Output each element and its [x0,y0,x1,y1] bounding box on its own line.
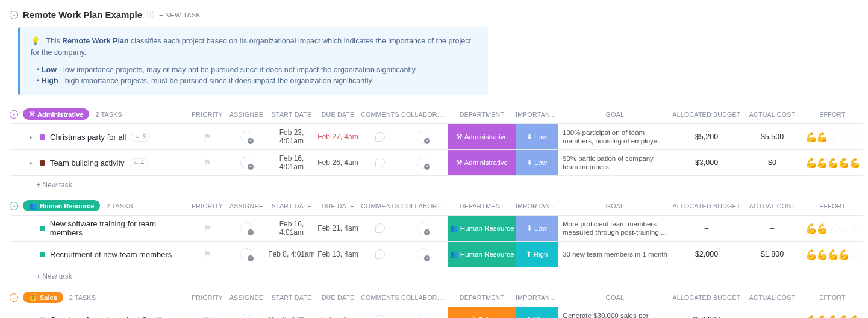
col-start[interactable]: START DATE [266,111,317,118]
department-chip[interactable]: 👥 Human Resource [448,216,516,241]
col-goal[interactable]: GOAL [558,111,672,118]
col-collab[interactable]: COLLABORAT... [401,111,448,118]
task-title[interactable]: Christmas party for all [50,132,126,142]
task-row[interactable]: Recruitment of new team members ⚑ Feb 8,… [10,242,863,267]
col-imp[interactable]: IMPORTANCE [516,202,558,210]
col-budget[interactable]: ALLOCATED BUDGET [672,202,741,210]
col-priority[interactable]: PRIORITY [188,111,226,118]
assignee-placeholder[interactable] [240,222,252,234]
col-start[interactable]: START DATE [266,202,317,210]
collaborator-placeholder[interactable] [417,157,429,169]
due-date[interactable]: Feb 13, 4am [317,250,358,258]
department-chip[interactable]: 👥 Human Resource [448,242,516,267]
department-chip[interactable]: ⚒ Administrative [448,150,516,175]
col-collab[interactable]: COLLABORAT... [401,294,448,301]
goal-text[interactable]: 30 new team members in 1 month [558,248,672,261]
subtask-count-badge[interactable]: 6 [131,132,150,142]
due-date[interactable]: Today, 4am [319,316,356,318]
priority-flag-icon[interactable]: ⚑ [204,249,211,259]
goal-text[interactable]: 90% participation of company team member… [558,152,672,174]
importance-chip[interactable]: ⬇ Low [516,216,558,241]
task-row[interactable]: ▸ Christmas party for all 6 ⚑ Feb 23, 4:… [10,124,863,150]
collaborator-placeholder[interactable] [417,248,429,260]
col-assignee[interactable]: ASSIGNEE [226,202,266,210]
new-task-button[interactable]: + New task [10,176,863,194]
department-chip[interactable]: ⚒ Administrative [448,124,516,149]
comment-icon[interactable] [375,132,385,142]
cost-value[interactable]: – [770,224,775,232]
col-priority[interactable]: PRIORITY [188,202,226,210]
collaborator-placeholder[interactable] [417,222,429,234]
cost-value[interactable]: $5,500 [761,132,784,141]
priority-flag-icon[interactable]: ⚑ [204,158,211,167]
col-collab[interactable]: COLLABORAT... [401,202,448,210]
task-row[interactable]: New software training for team members ⚑… [10,216,863,242]
col-budget[interactable]: ALLOCATED BUDGET [672,111,741,118]
budget-value[interactable]: $2,000 [695,250,718,258]
task-row[interactable]: ▸ Team building activity 4 ⚑ Feb 16, 4:0… [10,150,863,176]
collaborator-placeholder[interactable] [417,131,429,143]
budget-value[interactable]: $5,200 [695,132,718,141]
col-due[interactable]: DUE DATE [317,111,359,118]
col-dept[interactable]: DEPARTMENT [448,202,516,210]
importance-chip[interactable]: ⬆ High [516,242,558,267]
status-square[interactable] [40,134,45,140]
col-dept[interactable]: DEPARTMENT [448,111,516,118]
budget-value[interactable]: – [705,224,709,232]
status-square[interactable] [40,226,45,231]
col-comments[interactable]: COMMENTS [359,111,401,118]
budget-value[interactable]: $3,000 [695,158,718,167]
group-badge[interactable]: 👥Human Resource [23,200,100,211]
start-date[interactable]: Feb 8, 4:01am [268,250,314,258]
comment-icon[interactable] [375,158,385,167]
importance-chip[interactable]: ⬆ High [516,307,558,318]
task-title[interactable]: New software training for team members [50,219,188,237]
effort-rating[interactable]: 💪💪💪💪💪 [805,314,860,319]
col-budget[interactable]: ALLOCATED BUDGET [672,294,741,301]
col-comments[interactable]: COMMENTS [359,202,401,210]
cost-value[interactable]: – [770,316,775,318]
budget-value[interactable]: $58,000 [693,316,720,318]
col-goal[interactable]: GOAL [558,294,672,301]
effort-rating[interactable]: 💪💪💪💪💪 [805,131,860,143]
task-title[interactable]: Recruitment of new team members [50,250,172,259]
priority-flag-icon[interactable]: ⚑ [204,223,211,233]
task-title[interactable]: Opening of new branch at Seattle [50,316,166,319]
col-due[interactable]: DUE DATE [317,294,359,301]
col-comments[interactable]: COMMENTS [359,294,401,301]
importance-chip[interactable]: ⬇ Low [516,124,558,149]
col-effort[interactable]: EFFORT [804,202,861,210]
col-priority[interactable]: PRIORITY [188,294,226,301]
collaborator-placeholder[interactable] [417,314,429,318]
task-title[interactable]: Team building activity [50,158,125,167]
group-badge[interactable]: 💰Sales [23,292,63,303]
comment-icon[interactable] [375,223,385,233]
task-row[interactable]: Opening of new branch at Seattle ⚑ Mar 8… [10,307,863,318]
col-assignee[interactable]: ASSIGNEE [226,294,266,301]
effort-rating[interactable]: 💪💪💪💪💪 [805,249,860,260]
group-toggle-icon[interactable]: ⌄ [10,293,18,302]
status-square[interactable] [40,160,45,166]
priority-flag-icon[interactable]: ⚑ [204,315,211,318]
priority-flag-icon[interactable]: ⚑ [204,132,211,142]
group-toggle-icon[interactable]: ⌄ [10,202,18,210]
effort-rating[interactable]: 💪💪💪💪💪 [805,223,860,234]
col-start[interactable]: START DATE [266,294,317,301]
start-date[interactable]: Feb 23, 4:01am [266,128,317,145]
new-task-button[interactable]: + New task [10,267,863,285]
comment-icon[interactable] [375,315,385,318]
info-icon[interactable]: ⓘ [147,10,154,20]
goal-text[interactable]: 100% participation of team members, boos… [558,126,672,148]
start-date[interactable]: Mar 8, 4:01am [268,316,314,318]
status-square[interactable] [40,252,45,257]
col-effort[interactable]: EFFORT [804,111,861,118]
col-dept[interactable]: DEPARTMENT [448,294,516,301]
col-imp[interactable]: IMPORTANCE [516,111,558,118]
expand-icon[interactable]: ▸ [30,160,35,166]
col-cost[interactable]: ACTUAL COST [741,111,804,118]
col-goal[interactable]: GOAL [558,202,672,210]
assignee-placeholder[interactable] [240,248,252,260]
cost-value[interactable]: $1,800 [761,250,784,258]
start-date[interactable]: Feb 16, 4:01am [266,220,317,237]
goal-text[interactable]: Generate $30,000 sales per month [558,309,672,318]
